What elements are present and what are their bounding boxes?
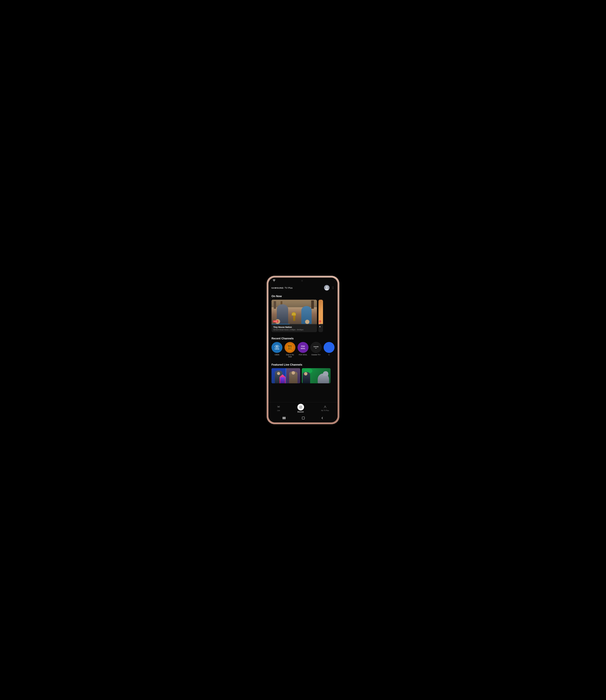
partial-title: N: [319, 326, 322, 328]
svg-point-4: [325, 406, 326, 407]
foxsoul-logo: FOX SOUL: [301, 346, 305, 349]
phone-inner: SAMSUNG TV Plus ⋮: [269, 278, 337, 422]
partial-live-badge: L: [319, 321, 321, 322]
discover-label: Discover: [297, 411, 304, 413]
live-icon: [277, 405, 280, 409]
deal-logo: DEAL OR NO DEAL: [287, 345, 293, 350]
news-left-panel: [272, 368, 285, 383]
system-nav: [269, 415, 337, 422]
channel-item-outsidetv[interactable]: Outside tv+ Outside TV+: [310, 342, 322, 356]
cbsn-logo-circle: CBSN: [272, 342, 282, 353]
svg-point-3: [278, 406, 279, 407]
building-side: [280, 377, 285, 383]
deal-label: Deal or No Deal: [284, 354, 296, 358]
deal-logo-circle: DEAL OR NO DEAL: [284, 342, 296, 353]
outsidetv-logo-circle: Outside tv+: [310, 342, 322, 353]
live-badge: LIVE: [273, 320, 278, 322]
nav-item-live[interactable]: Live: [277, 405, 280, 411]
news-right-panel: [286, 368, 300, 383]
svg-rect-8: [302, 417, 304, 419]
cbsn-eye-icon: [275, 345, 279, 348]
svg-rect-6: [284, 417, 284, 419]
phone-frame: SAMSUNG TV Plus ⋮: [266, 276, 340, 424]
app-header: SAMSUNG TV Plus ⋮: [269, 283, 337, 292]
card-info: Tiny House Nation S3 E14 Smart Home | 3:…: [272, 324, 317, 332]
mytvplus-label: My TV Plus: [321, 410, 329, 411]
channel-item-cbsn[interactable]: CBSN CBSN: [272, 342, 282, 356]
on-now-section: On Now: [269, 292, 337, 334]
recent-channels-title: Recent Channels: [269, 334, 337, 342]
partial-thumbnail: L: [319, 300, 323, 324]
wifi-icon: [273, 279, 275, 282]
partial-channel-circle: [324, 342, 334, 353]
channel-item-partial[interactable]: C: [324, 342, 334, 356]
featured-card-news[interactable]: [272, 368, 300, 383]
on-now-title: On Now: [269, 292, 337, 300]
tv-plus-label: TV Plus: [284, 286, 293, 289]
recents-button[interactable]: [283, 417, 285, 420]
partial-channel-label: C: [328, 354, 330, 356]
featured-live-title: Featured Live Channels: [269, 361, 337, 368]
now-card-partial[interactable]: L N: [319, 300, 323, 332]
news-anchor2-head: [292, 371, 295, 375]
samsung-logo: SAMSUNG TV Plus: [272, 286, 293, 289]
foxsoul-label: FOX SOUL: [299, 354, 307, 356]
scene: [272, 300, 317, 324]
svg-point-1: [326, 286, 328, 288]
discover-button[interactable]: [297, 404, 304, 411]
camera-dot: [301, 280, 303, 281]
outsidetv-logo: Outside tv+: [313, 346, 319, 349]
brand-name: SAMSUNG: [272, 287, 284, 289]
svg-rect-5: [283, 417, 283, 419]
nav-item-mytvplus[interactable]: My TV Plus: [321, 405, 329, 411]
user-avatar[interactable]: [324, 285, 329, 290]
scroll-content[interactable]: On Now: [269, 292, 337, 402]
bottom-spacer: [269, 387, 337, 389]
featured-live-section: Featured Live Channels: [269, 361, 337, 387]
card-thumbnail: LIVE: [272, 300, 317, 324]
on-now-scroll[interactable]: LIVE Tiny House Nation S3 E14 Smart Home…: [269, 300, 337, 334]
featured-card-wildlife[interactable]: [302, 368, 331, 383]
card-subtitle: S3 E14 Smart Home | 3:00pm - 04:00pm: [273, 329, 315, 331]
featured-scroll[interactable]: [269, 368, 337, 387]
channels-scroll[interactable]: CBSN CBSN DEAL OR NO DEAL: [269, 342, 337, 361]
bottom-nav: Live Discover: [269, 402, 337, 415]
home-button[interactable]: [302, 417, 305, 420]
recent-channels-section: Recent Channels CBSN CBSN: [269, 334, 337, 361]
cbsn-logo: CBSN: [275, 345, 279, 350]
live-label: Live: [277, 410, 280, 411]
back-button[interactable]: [321, 417, 323, 420]
screen: SAMSUNG TV Plus ⋮: [269, 278, 337, 422]
foxsoul-logo-circle: FOX SOUL: [298, 342, 308, 353]
now-card-tiny-house[interactable]: LIVE Tiny House Nation S3 E14 Smart Home…: [272, 300, 317, 332]
news-anchor-head: [277, 372, 280, 375]
channel-item-deal[interactable]: DEAL OR NO DEAL Deal or No Deal: [284, 342, 296, 358]
mytvplus-icon: [324, 405, 327, 409]
status-bar: [269, 278, 337, 283]
partial-card-info: N: [319, 324, 323, 332]
cbsn-label: CBSN: [275, 354, 279, 356]
header-right: ⋮: [324, 285, 334, 290]
nav-item-discover[interactable]: Discover: [297, 404, 304, 413]
channel-item-foxsoul[interactable]: FOX SOUL FOX SOUL: [298, 342, 308, 356]
more-options-icon[interactable]: ⋮: [332, 286, 334, 289]
card-title: Tiny House Nation: [273, 326, 315, 328]
cbsn-text: CBSN: [275, 348, 279, 350]
outsidetv-label: Outside TV+: [311, 354, 321, 356]
svg-rect-7: [285, 417, 285, 419]
wildlife-animal-head: [323, 371, 328, 376]
